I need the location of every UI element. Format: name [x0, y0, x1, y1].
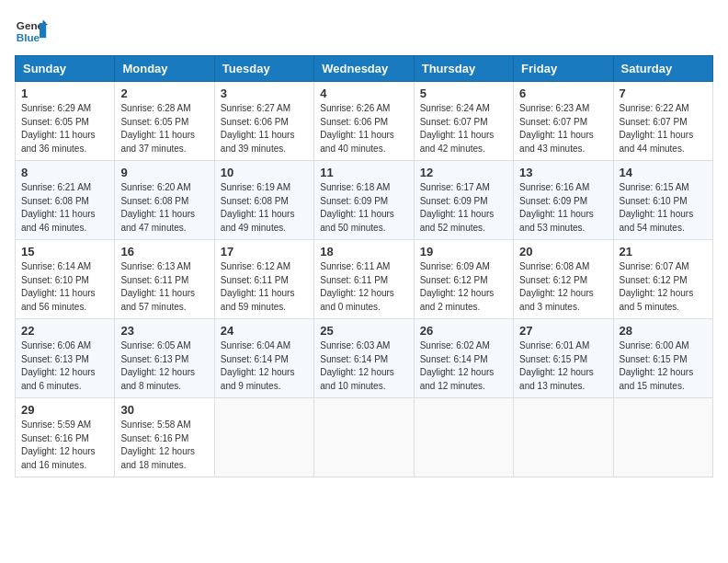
calendar-cell: 15Sunrise: 6:14 AMSunset: 6:10 PMDayligh…: [16, 240, 115, 319]
day-info: Sunrise: 6:08 AMSunset: 6:12 PMDaylight:…: [519, 260, 607, 314]
day-info: Sunrise: 6:28 AMSunset: 6:05 PMDaylight:…: [120, 102, 208, 155]
day-number: 23: [120, 324, 208, 338]
day-info: Sunrise: 6:14 AMSunset: 6:10 PMDaylight:…: [21, 260, 108, 314]
calendar-cell: 11Sunrise: 6:18 AMSunset: 6:09 PMDayligh…: [314, 161, 414, 240]
calendar-body: 1Sunrise: 6:29 AMSunset: 6:05 PMDaylight…: [16, 82, 713, 477]
day-info: Sunrise: 6:21 AMSunset: 6:08 PMDaylight:…: [21, 181, 108, 235]
day-info: Sunrise: 6:04 AMSunset: 6:14 PMDaylight:…: [221, 339, 308, 393]
calendar-cell: [414, 398, 513, 477]
calendar-cell: 13Sunrise: 6:16 AMSunset: 6:09 PMDayligh…: [514, 161, 613, 240]
calendar-cell: 1Sunrise: 6:29 AMSunset: 6:05 PMDaylight…: [16, 82, 115, 161]
day-number: 6: [519, 86, 607, 100]
day-number: 2: [120, 86, 208, 100]
calendar-cell: 8Sunrise: 6:21 AMSunset: 6:08 PMDaylight…: [16, 161, 115, 240]
day-number: 22: [21, 324, 108, 338]
day-info: Sunrise: 5:59 AMSunset: 6:16 PMDaylight:…: [21, 419, 108, 472]
calendar-cell: [613, 398, 712, 477]
calendar-cell: 17Sunrise: 6:12 AMSunset: 6:11 PMDayligh…: [214, 240, 313, 319]
day-info: Sunrise: 6:19 AMSunset: 6:08 PMDaylight:…: [221, 181, 308, 235]
calendar-cell: [214, 398, 313, 477]
svg-text:Blue: Blue: [17, 31, 40, 43]
weekday-sunday: Sunday: [16, 56, 115, 82]
day-number: 7: [620, 86, 707, 100]
calendar-week-1: 1Sunrise: 6:29 AMSunset: 6:05 PMDaylight…: [16, 82, 713, 161]
calendar-cell: 5Sunrise: 6:24 AMSunset: 6:07 PMDaylight…: [414, 82, 513, 161]
calendar-week-4: 22Sunrise: 6:06 AMSunset: 6:13 PMDayligh…: [16, 319, 713, 398]
day-number: 21: [620, 245, 707, 259]
day-number: 4: [320, 86, 407, 100]
calendar-cell: 22Sunrise: 6:06 AMSunset: 6:13 PMDayligh…: [16, 319, 115, 398]
day-info: Sunrise: 6:20 AMSunset: 6:08 PMDaylight:…: [120, 181, 208, 235]
weekday-thursday: Thursday: [414, 56, 513, 82]
day-info: Sunrise: 6:01 AMSunset: 6:15 PMDaylight:…: [519, 339, 607, 393]
day-number: 14: [620, 166, 707, 179]
day-info: Sunrise: 6:11 AMSunset: 6:11 PMDaylight:…: [320, 260, 407, 314]
day-info: Sunrise: 6:24 AMSunset: 6:07 PMDaylight:…: [420, 102, 507, 155]
day-number: 15: [21, 245, 108, 259]
svg-marker-2: [40, 23, 46, 38]
calendar-cell: 10Sunrise: 6:19 AMSunset: 6:08 PMDayligh…: [214, 161, 313, 240]
day-number: 20: [519, 245, 607, 259]
day-number: 17: [221, 245, 308, 259]
day-number: 25: [320, 324, 407, 338]
day-info: Sunrise: 6:00 AMSunset: 6:15 PMDaylight:…: [620, 339, 707, 393]
day-info: Sunrise: 6:02 AMSunset: 6:14 PMDaylight:…: [420, 339, 507, 393]
day-number: 3: [221, 86, 308, 100]
calendar-week-3: 15Sunrise: 6:14 AMSunset: 6:10 PMDayligh…: [16, 240, 713, 319]
day-number: 5: [420, 86, 507, 100]
calendar-cell: 6Sunrise: 6:23 AMSunset: 6:07 PMDaylight…: [514, 82, 613, 161]
day-number: 9: [120, 166, 208, 179]
day-number: 27: [519, 324, 607, 338]
day-info: Sunrise: 6:16 AMSunset: 6:09 PMDaylight:…: [519, 181, 607, 235]
day-info: Sunrise: 6:22 AMSunset: 6:07 PMDaylight:…: [620, 102, 707, 155]
calendar-cell: 3Sunrise: 6:27 AMSunset: 6:06 PMDaylight…: [214, 82, 313, 161]
day-info: Sunrise: 6:27 AMSunset: 6:06 PMDaylight:…: [221, 102, 308, 155]
day-info: Sunrise: 6:23 AMSunset: 6:07 PMDaylight:…: [519, 102, 607, 155]
calendar-cell: 21Sunrise: 6:07 AMSunset: 6:12 PMDayligh…: [613, 240, 712, 319]
logo: General Blue: [15, 15, 48, 48]
day-number: 18: [320, 245, 407, 259]
day-info: Sunrise: 6:17 AMSunset: 6:09 PMDaylight:…: [420, 181, 507, 235]
calendar-cell: 30Sunrise: 5:58 AMSunset: 6:16 PMDayligh…: [115, 398, 214, 477]
calendar-week-2: 8Sunrise: 6:21 AMSunset: 6:08 PMDaylight…: [16, 161, 713, 240]
calendar-cell: 18Sunrise: 6:11 AMSunset: 6:11 PMDayligh…: [314, 240, 414, 319]
weekday-wednesday: Wednesday: [314, 56, 414, 82]
calendar-cell: 26Sunrise: 6:02 AMSunset: 6:14 PMDayligh…: [414, 319, 513, 398]
calendar-cell: [514, 398, 613, 477]
calendar-cell: 27Sunrise: 6:01 AMSunset: 6:15 PMDayligh…: [514, 319, 613, 398]
weekday-header-row: SundayMondayTuesdayWednesdayThursdayFrid…: [16, 56, 713, 82]
day-info: Sunrise: 6:13 AMSunset: 6:11 PMDaylight:…: [120, 260, 208, 314]
logo-icon: General Blue: [15, 15, 48, 48]
calendar-cell: 9Sunrise: 6:20 AMSunset: 6:08 PMDaylight…: [115, 161, 214, 240]
calendar-week-5: 29Sunrise: 5:59 AMSunset: 6:16 PMDayligh…: [16, 398, 713, 477]
day-info: Sunrise: 6:26 AMSunset: 6:06 PMDaylight:…: [320, 102, 407, 155]
calendar-cell: 12Sunrise: 6:17 AMSunset: 6:09 PMDayligh…: [414, 161, 513, 240]
calendar-cell: 25Sunrise: 6:03 AMSunset: 6:14 PMDayligh…: [314, 319, 414, 398]
calendar-table: SundayMondayTuesdayWednesdayThursdayFrid…: [15, 55, 713, 477]
day-info: Sunrise: 6:12 AMSunset: 6:11 PMDaylight:…: [221, 260, 308, 314]
day-number: 10: [221, 166, 308, 179]
day-number: 28: [620, 324, 707, 338]
calendar-cell: 24Sunrise: 6:04 AMSunset: 6:14 PMDayligh…: [214, 319, 313, 398]
day-number: 19: [420, 245, 507, 259]
calendar-cell: 14Sunrise: 6:15 AMSunset: 6:10 PMDayligh…: [613, 161, 712, 240]
weekday-saturday: Saturday: [613, 56, 712, 82]
day-info: Sunrise: 6:15 AMSunset: 6:10 PMDaylight:…: [620, 181, 707, 235]
day-number: 30: [120, 403, 208, 417]
day-info: Sunrise: 6:05 AMSunset: 6:13 PMDaylight:…: [120, 339, 208, 393]
calendar-cell: 23Sunrise: 6:05 AMSunset: 6:13 PMDayligh…: [115, 319, 214, 398]
calendar-cell: [314, 398, 414, 477]
calendar-cell: 4Sunrise: 6:26 AMSunset: 6:06 PMDaylight…: [314, 82, 414, 161]
day-number: 11: [320, 166, 407, 179]
day-number: 24: [221, 324, 308, 338]
page-header: General Blue: [15, 15, 713, 48]
calendar-cell: 28Sunrise: 6:00 AMSunset: 6:15 PMDayligh…: [613, 319, 712, 398]
day-info: Sunrise: 6:03 AMSunset: 6:14 PMDaylight:…: [320, 339, 407, 393]
day-info: Sunrise: 6:09 AMSunset: 6:12 PMDaylight:…: [420, 260, 507, 314]
day-info: Sunrise: 6:06 AMSunset: 6:13 PMDaylight:…: [21, 339, 108, 393]
day-number: 12: [420, 166, 507, 179]
weekday-friday: Friday: [514, 56, 613, 82]
calendar-cell: 2Sunrise: 6:28 AMSunset: 6:05 PMDaylight…: [115, 82, 214, 161]
day-number: 8: [21, 166, 108, 179]
calendar-cell: 29Sunrise: 5:59 AMSunset: 6:16 PMDayligh…: [16, 398, 115, 477]
